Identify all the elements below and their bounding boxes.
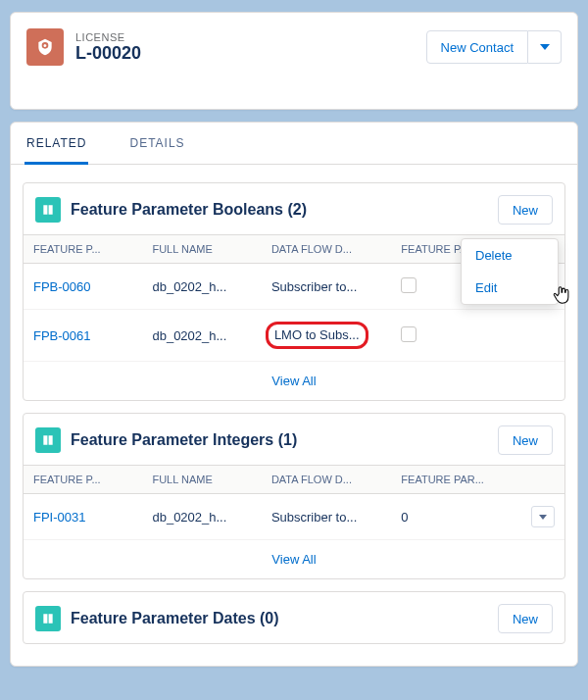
feature-parameter-icon xyxy=(35,427,61,453)
new-button[interactable]: New xyxy=(498,604,553,633)
record-link[interactable]: FPB-0061 xyxy=(33,328,91,343)
table-row: FPB-0061 db_0202_h... LMO to Subs... xyxy=(24,310,564,362)
column-header[interactable]: FULL NAME xyxy=(142,235,261,264)
record-name: L-00020 xyxy=(75,43,141,64)
cell-fullname: db_0202_h... xyxy=(142,264,261,310)
cell-dataflow: Subscriber to... xyxy=(262,494,391,540)
column-header[interactable]: DATA FLOW D... xyxy=(262,235,391,264)
checkbox[interactable] xyxy=(401,326,416,342)
cell-param: 0 xyxy=(391,494,510,540)
chevron-down-icon xyxy=(540,44,550,50)
record-link[interactable]: FPB-0060 xyxy=(33,279,91,294)
tabs: RELATED DETAILS xyxy=(11,123,577,165)
record-header: LICENSE L-00020 New Contact xyxy=(10,12,578,110)
row-actions-button[interactable] xyxy=(531,506,555,527)
checkbox[interactable] xyxy=(401,277,416,293)
related-list-title: Feature Parameter Booleans (2) xyxy=(71,201,307,219)
cell-dataflow: Subscriber to... xyxy=(262,264,391,310)
header-more-actions-button[interactable] xyxy=(528,30,562,64)
menu-item-edit[interactable]: Edit xyxy=(462,272,558,304)
record-link[interactable]: FPI-0031 xyxy=(33,510,85,525)
menu-item-delete[interactable]: Delete xyxy=(462,239,558,272)
related-list-booleans: Feature Parameter Booleans (2) New FEATU… xyxy=(23,182,565,401)
row-actions-menu: Delete Edit xyxy=(461,238,559,305)
related-list-title: Feature Parameter Dates (0) xyxy=(71,610,279,627)
new-button[interactable]: New xyxy=(498,425,553,455)
related-list-title: Feature Parameter Integers (1) xyxy=(71,431,297,449)
view-all-link[interactable]: View All xyxy=(24,540,564,578)
chevron-down-icon xyxy=(539,515,547,520)
column-header[interactable]: FEATURE P... xyxy=(24,235,142,264)
new-contact-button[interactable]: New Contact xyxy=(426,30,528,64)
related-list-integers: Feature Parameter Integers (1) New FEATU… xyxy=(23,413,565,579)
highlight-callout: LMO to Subs... xyxy=(266,322,368,349)
column-header[interactable]: FULL NAME xyxy=(142,466,261,494)
column-header[interactable]: FEATURE P... xyxy=(24,466,142,494)
new-button[interactable]: New xyxy=(498,195,553,225)
feature-parameter-icon xyxy=(35,197,61,223)
related-list-dates: Feature Parameter Dates (0) New xyxy=(23,591,565,644)
view-all-link[interactable]: View All xyxy=(24,362,564,400)
tab-details[interactable]: DETAILS xyxy=(127,123,186,165)
column-header[interactable]: DATA FLOW D... xyxy=(262,466,391,494)
record-type-label: LICENSE xyxy=(75,31,141,43)
column-header[interactable]: FEATURE PAR... xyxy=(391,466,510,494)
tab-related[interactable]: RELATED xyxy=(24,123,88,165)
cell-fullname: db_0202_h... xyxy=(142,310,261,362)
cell-fullname: db_0202_h... xyxy=(142,494,261,540)
header-action-group: New Contact xyxy=(426,30,562,64)
license-icon xyxy=(26,28,64,66)
content-card: RELATED DETAILS Feature Parameter Boolea… xyxy=(10,122,578,667)
table-row: FPI-0031 db_0202_h... Subscriber to... 0 xyxy=(24,494,564,540)
feature-parameter-icon xyxy=(35,606,61,631)
